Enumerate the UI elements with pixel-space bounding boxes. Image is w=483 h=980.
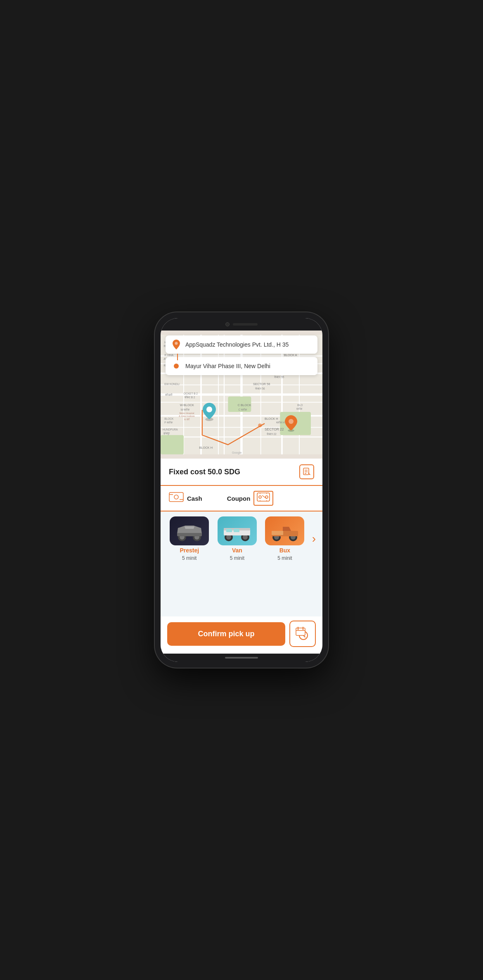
- svg-point-67: [309, 474, 310, 475]
- svg-text:BLOCK: BLOCK: [164, 417, 174, 420]
- svg-text:कोंडली: कोंडली: [165, 393, 173, 396]
- svg-text:BLOCK H: BLOCK H: [265, 417, 278, 421]
- from-search-box[interactable]: AppSquadz Technologies Pvt. Ltd., H 35: [166, 335, 317, 354]
- vehicle-row: Prestej 5 minit: [161, 511, 322, 616]
- coupon-icon: [253, 491, 273, 506]
- phone-top-bar: [161, 318, 322, 331]
- svg-text:BLO: BLO: [297, 404, 303, 407]
- from-address: AppSquadz Technologies Pvt. Ltd., H 35: [185, 341, 289, 348]
- svg-rect-84: [177, 533, 202, 536]
- cost-label: Fixed cost 50.0 SDG: [169, 468, 240, 476]
- cash-option[interactable]: Cash: [169, 491, 202, 505]
- home-indicator: [225, 657, 258, 659]
- schedule-button[interactable]: [289, 621, 316, 647]
- vehicle-time-prestej: 5 minit: [182, 555, 197, 561]
- vehicle-card-prestej[interactable]: Prestej 5 minit: [167, 516, 212, 561]
- coupon-option[interactable]: Coupon: [227, 491, 274, 506]
- svg-point-62: [175, 342, 178, 345]
- vehicle-image-pickup: [265, 516, 304, 545]
- cash-icon: [169, 491, 184, 505]
- vehicle-card-bux[interactable]: Bux 5 minit: [263, 516, 307, 561]
- cost-row: Fixed cost 50.0 SDG: [161, 459, 322, 486]
- svg-rect-68: [169, 492, 183, 502]
- speaker-bar: [233, 323, 258, 326]
- svg-text:C ब्लॉक: C ब्लॉक: [239, 408, 248, 411]
- svg-point-61: [289, 419, 294, 424]
- confirm-pickup-button[interactable]: Confirm pick up: [167, 622, 285, 646]
- svg-text:SECTOR 56: SECTOR 56: [253, 382, 270, 386]
- svg-text:Google: Google: [232, 451, 242, 454]
- vehicle-name-van: Van: [232, 547, 242, 554]
- to-address: Mayur Vihar Phase III, New Delhi: [185, 363, 270, 369]
- svg-text:& हार्ट: & हार्ट: [184, 418, 189, 421]
- svg-text:OCKET B 2: OCKET B 2: [184, 392, 198, 395]
- svg-text:& Hear.Institute: & Hear.Institute: [179, 415, 194, 417]
- vehicle-time-bux: 5 minit: [277, 555, 292, 561]
- svg-text:पॉकेट B 2: पॉकेट B 2: [184, 395, 195, 399]
- more-vehicles-chevron[interactable]: ›: [312, 532, 316, 545]
- payment-row: Cash Coupon: [161, 486, 322, 511]
- svg-rect-91: [226, 529, 232, 532]
- phone-bottom-bar: [161, 654, 322, 662]
- svg-point-59: [206, 407, 212, 412]
- schedule-icon: [295, 626, 310, 641]
- svg-point-73: [259, 496, 261, 498]
- vehicle-time-van: 5 minit: [230, 555, 244, 561]
- svg-text:ब्लॉक H: ब्लॉक H: [276, 421, 285, 424]
- svg-text:सेक्टर 55: सेक्टर 55: [274, 375, 284, 378]
- coupon-label: Coupon: [227, 495, 251, 502]
- svg-text:ब्लॉक: ब्लॉक: [296, 407, 303, 410]
- cash-label: Cash: [187, 495, 202, 502]
- camera-dot: [225, 322, 230, 326]
- svg-rect-20: [161, 435, 184, 454]
- svg-point-56: [258, 423, 262, 427]
- svg-text:BLOCK H: BLOCK H: [199, 446, 213, 450]
- svg-text:सेक्टर 56: सेक्टर 56: [255, 387, 265, 390]
- svg-text:EW KONDLI: EW KONDLI: [164, 383, 180, 385]
- vehicle-options: Prestej 5 minit: [161, 511, 322, 566]
- svg-point-79: [265, 496, 268, 498]
- svg-text:सेक्टर 22: सेक्टर 22: [266, 432, 277, 435]
- svg-rect-92: [234, 529, 239, 532]
- svg-text:W ब्लॉक: W ब्लॉक: [181, 408, 190, 411]
- vehicle-name-bux: Bux: [279, 547, 290, 554]
- to-search-box[interactable]: Mayur Vihar Phase III, New Delhi: [166, 357, 317, 375]
- map-container: HAROLI RY FARM सेक्टर C SHITAL VIHA शीतल…: [161, 331, 322, 459]
- svg-text:F ब्लॉक: F ब्लॉक: [164, 421, 173, 424]
- from-pin-icon: [172, 340, 180, 349]
- location-marker-blue: [202, 403, 217, 421]
- vehicle-image-sedan: [170, 516, 209, 545]
- location-marker-orange: [284, 415, 298, 432]
- svg-text:झंडपुर: झंडपुर: [163, 432, 170, 435]
- vehicle-name-prestej: Prestej: [180, 547, 199, 554]
- search-boxes-container: AppSquadz Technologies Pvt. Ltd., H 35 M…: [166, 335, 317, 375]
- svg-text:SECTOR 22: SECTOR 22: [265, 427, 284, 431]
- svg-rect-102: [296, 628, 305, 635]
- receipt-icon[interactable]: [299, 464, 314, 479]
- to-dot-icon: [172, 362, 180, 370]
- svg-point-69: [174, 495, 178, 499]
- svg-text:C BLOCK: C BLOCK: [238, 403, 251, 407]
- svg-text:Metro Hospital: Metro Hospital: [179, 412, 194, 414]
- svg-rect-98: [272, 531, 283, 535]
- bottom-panel: Fixed cost 50.0 SDG: [161, 459, 322, 654]
- svg-text:W BLOCK: W BLOCK: [180, 403, 194, 407]
- svg-text:HUNDPURA: HUNDPURA: [163, 428, 178, 431]
- confirm-row: Confirm pick up: [161, 616, 322, 654]
- vehicle-image-van: [218, 516, 257, 545]
- vehicle-card-van[interactable]: Van 5 minit: [215, 516, 260, 561]
- phone-device: HAROLI RY FARM सेक्टर C SHITAL VIHA शीतल…: [155, 312, 328, 668]
- phone-screen: HAROLI RY FARM सेक्टर C SHITAL VIHA शीतल…: [161, 318, 322, 662]
